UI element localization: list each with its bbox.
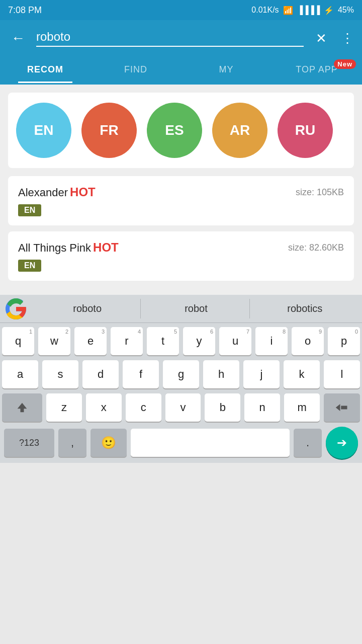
keyboard: 1q 2w 3e 4r 5t 6y 7u 8i 9o 0p a s d f g … [0,323,362,463]
clear-search-button[interactable]: ✕ [316,31,327,46]
new-badge: New [334,59,356,69]
shift-key[interactable] [2,393,42,422]
signal-icon: ▐▐▐▐ [297,6,320,15]
key-e[interactable]: 3e [74,327,107,355]
search-input-wrap: roboto [36,30,304,47]
key-h[interactable]: h [203,360,239,388]
result-hot-1: HOT [93,240,119,254]
tab-my[interactable]: MY [181,56,272,83]
key-v[interactable]: v [165,393,201,422]
key-q[interactable]: 1q [2,327,34,355]
status-time: 7:08 PM [8,5,42,16]
key-w[interactable]: 2w [38,327,70,355]
google-logo [4,297,28,321]
wifi-icon: 📶 [283,6,293,15]
num-switch-key[interactable]: ?123 [4,429,54,457]
keyboard-suggestions: roboto robot robotics [0,295,362,323]
key-u[interactable]: 7u [219,327,251,355]
battery-icon: ⚡ [324,6,334,15]
key-b[interactable]: b [205,393,240,422]
tab-top-app[interactable]: TOP APP New [272,56,362,83]
result-size-1: size: 82.60KB [288,243,344,253]
suggestion-2[interactable]: robotics [252,299,358,318]
backspace-key[interactable] [324,393,360,422]
result-hot-0: HOT [70,185,96,199]
key-n[interactable]: n [244,393,280,422]
key-k[interactable]: k [284,360,320,388]
lang-en-circle[interactable]: EN [16,103,71,158]
keyboard-row-2: a s d f g h j k l [2,360,360,388]
result-name-1: All Things Pink [18,242,91,254]
key-j[interactable]: j [243,360,280,388]
key-r[interactable]: 4r [111,327,143,355]
result-lang-1: EN [18,260,41,272]
key-p[interactable]: 0p [328,327,360,355]
suggestion-1[interactable]: robot [143,299,249,318]
key-i[interactable]: 8i [255,327,288,355]
key-d[interactable]: d [82,360,119,388]
result-size-0: size: 105KB [296,187,344,198]
key-y[interactable]: 6y [183,327,215,355]
lang-ru-circle[interactable]: RU [278,103,333,158]
lang-es-circle[interactable]: ES [147,103,202,158]
key-f[interactable]: f [123,360,159,388]
back-button[interactable]: ← [8,30,28,46]
tab-recom[interactable]: RECOM [0,56,90,83]
status-bar: 7:08 PM 0.01K/s 📶 ▐▐▐▐ ⚡ 45% [0,0,362,20]
result-name-0: Alexander [18,186,68,199]
keyboard-row-3: z x c v b n m [2,393,360,422]
key-a[interactable]: a [2,360,38,388]
enter-key[interactable]: ➔ [326,427,358,459]
battery-level: 45% [338,6,354,15]
lang-fr-circle[interactable]: FR [81,103,137,158]
key-x[interactable]: x [86,393,122,422]
tab-find[interactable]: FIND [90,56,181,83]
more-options-button[interactable]: ⋮ [341,31,354,46]
search-query[interactable]: roboto [36,30,304,44]
key-c[interactable]: c [126,393,161,422]
key-m[interactable]: m [284,393,320,422]
key-o[interactable]: 9o [292,327,324,355]
main-content: EN FR ES AR RU AlexanderHOT size: 105KB … [0,85,362,295]
suggestion-0[interactable]: roboto [34,299,141,318]
network-speed: 0.01K/s [251,6,279,15]
comma-key[interactable]: , [58,429,86,457]
result-card-0[interactable]: AlexanderHOT size: 105KB EN [8,176,354,225]
key-g[interactable]: g [163,360,199,388]
result-lang-0: EN [18,204,41,216]
key-z[interactable]: z [46,393,82,422]
key-t[interactable]: 5t [147,327,179,355]
space-key[interactable] [131,429,290,457]
language-selector: EN FR ES AR RU [8,93,354,168]
period-key[interactable]: . [294,429,322,457]
search-bar: ← roboto ✕ ⋮ [0,20,362,56]
key-l[interactable]: l [324,360,360,388]
result-card-1[interactable]: All Things PinkHOT size: 82.60KB EN [8,231,354,281]
keyboard-row-4: ?123 , 🙂 . ➔ [2,427,360,461]
key-s[interactable]: s [42,360,78,388]
status-icons: 0.01K/s 📶 ▐▐▐▐ ⚡ 45% [251,6,354,15]
keyboard-row-1: 1q 2w 3e 4r 5t 6y 7u 8i 9o 0p [2,327,360,355]
emoji-key[interactable]: 🙂 [90,429,127,457]
tabs-bar: RECOM FIND MY TOP APP New [0,56,362,85]
lang-ar-circle[interactable]: AR [212,103,267,158]
